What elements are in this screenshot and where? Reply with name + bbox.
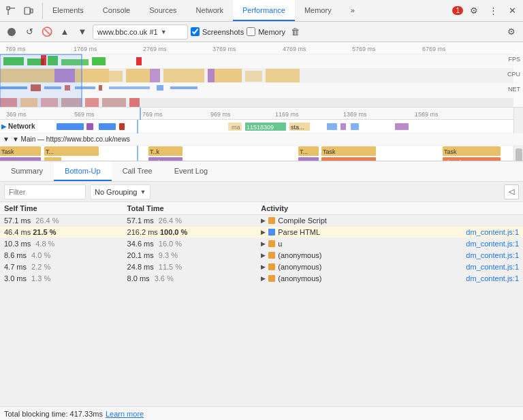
row-expand-icon[interactable]: ▶ bbox=[261, 275, 266, 282]
network-row-label: Network bbox=[8, 123, 35, 130]
svg-text:P...k: P...k bbox=[150, 159, 161, 161]
source-link[interactable]: dm_content.js:1 bbox=[466, 251, 519, 259]
source-link[interactable]: dm_content.js:1 bbox=[466, 228, 519, 236]
bottom-panel: Summary Bottom-Up Call Tree Event Log No… bbox=[0, 161, 523, 420]
nav-right-icons: 1 ⚙ ⋮ ✕ bbox=[452, 3, 520, 19]
main-section-label: ▼ Main — https://www.bbc.co.uk/news bbox=[12, 135, 130, 143]
svg-text:sta...: sta... bbox=[291, 124, 304, 131]
settings-icon[interactable]: ⚙ bbox=[466, 3, 482, 19]
svg-text:5769 ms: 5769 ms bbox=[352, 46, 376, 52]
reload-button[interactable]: ↺ bbox=[22, 25, 37, 39]
activity-color-dot bbox=[268, 275, 275, 282]
activity-name: (anonymous) bbox=[278, 263, 321, 271]
activity-name: Parse HTML bbox=[278, 228, 320, 236]
row-expand-icon[interactable]: ▶ bbox=[261, 263, 266, 270]
svg-text:769 ms: 769 ms bbox=[142, 111, 163, 118]
svg-text:3769 ms: 3769 ms bbox=[212, 46, 236, 52]
activity-name: Compile Script bbox=[278, 216, 327, 225]
main-expand-icon[interactable]: ▼ bbox=[3, 135, 10, 143]
activity-color-dot bbox=[268, 240, 275, 247]
filter-row: No Grouping ▼ ◁ bbox=[0, 182, 523, 202]
self-time-cell: 46.4 ms 21.5 % bbox=[0, 227, 123, 238]
memory-checkbox[interactable] bbox=[247, 27, 255, 36]
row-expand-icon[interactable]: ▶ bbox=[261, 252, 266, 259]
svg-rect-3 bbox=[25, 7, 30, 14]
tab-network[interactable]: Network bbox=[187, 0, 233, 21]
screenshots-checkbox[interactable] bbox=[191, 27, 200, 36]
source-link[interactable]: dm_content.js:1 bbox=[466, 240, 519, 248]
top-nav-bar: Elements Console Sources Network Perform… bbox=[0, 0, 523, 22]
download-button[interactable]: ▼ bbox=[75, 25, 90, 39]
activity-cell: ▶ (anonymous) dm_content.js:1 bbox=[257, 261, 523, 272]
svg-rect-41 bbox=[157, 85, 163, 91]
table-row: 4.7 ms 2.2 % 24.8 ms 11.5 % ▶ (anonymous… bbox=[0, 261, 523, 273]
error-badge: 1 bbox=[452, 6, 463, 15]
source-link[interactable]: dm_content.js:1 bbox=[466, 263, 519, 271]
learn-more-link[interactable]: Learn more bbox=[106, 410, 144, 418]
total-time-cell: 57.1 ms 26.4 % bbox=[123, 215, 257, 227]
mini-overview: 769 ms 1769 ms 2769 ms 3769 ms 4769 ms 5… bbox=[0, 42, 523, 108]
svg-rect-61 bbox=[86, 123, 93, 130]
tab-more[interactable]: » bbox=[341, 0, 364, 21]
source-link[interactable]: dm_content.js:1 bbox=[466, 274, 519, 282]
row-expand-icon[interactable]: ▶ bbox=[261, 240, 266, 247]
table-row: 10.3 ms 4.8 % 34.6 ms 16.0 % ▶ u dm_cont… bbox=[0, 238, 523, 250]
tab-event-log[interactable]: Event Log bbox=[163, 162, 219, 181]
tab-summary[interactable]: Summary bbox=[0, 162, 54, 181]
svg-text:1569 ms: 1569 ms bbox=[415, 111, 439, 118]
row-expand-icon[interactable]: ▶ bbox=[261, 229, 266, 236]
svg-rect-71 bbox=[340, 123, 346, 130]
table-row: 46.4 ms 21.5 % 216.2 ms 100.0 % ▶ Parse … bbox=[0, 227, 523, 238]
svg-text:569 ms: 569 ms bbox=[74, 111, 95, 118]
svg-rect-25 bbox=[109, 71, 123, 82]
capture-settings-icon[interactable]: ⚙ bbox=[504, 25, 519, 39]
svg-text:4769 ms: 4769 ms bbox=[283, 46, 306, 52]
record-button[interactable] bbox=[4, 25, 19, 39]
inspect-icon[interactable] bbox=[3, 3, 19, 19]
activity-cell: ▶ Compile Script bbox=[257, 215, 523, 226]
close-icon[interactable]: ✕ bbox=[504, 3, 520, 19]
svg-text:Par..ML: Par..ML bbox=[1, 159, 22, 161]
filter-input[interactable] bbox=[4, 184, 86, 199]
ruler-svg: 369 ms 569 ms 769 ms 969 ms 1169 ms 1369… bbox=[3, 108, 507, 120]
tab-call-tree[interactable]: Call Tree bbox=[112, 162, 163, 181]
activity-color-dot bbox=[268, 229, 275, 236]
timeline-area: 769 ms 1769 ms 2769 ms 3769 ms 4769 ms 5… bbox=[0, 42, 523, 161]
row-expand-icon[interactable]: ▶ bbox=[261, 217, 266, 224]
clear-button[interactable]: 🚫 bbox=[39, 25, 54, 39]
svg-rect-0 bbox=[7, 7, 10, 10]
svg-text:6769 ms: 6769 ms bbox=[422, 46, 446, 52]
more-icon[interactable]: ⋮ bbox=[485, 3, 501, 19]
svg-rect-48 bbox=[85, 98, 99, 108]
self-time-cell: 57.1 ms 26.4 % bbox=[0, 215, 123, 227]
tab-sources[interactable]: Sources bbox=[140, 0, 186, 21]
svg-text:1769 ms: 1769 ms bbox=[74, 46, 97, 52]
network-expand-arrow[interactable]: ▶ bbox=[1, 123, 7, 130]
activity-color-dot bbox=[268, 217, 275, 224]
collapse-button[interactable]: ◁ bbox=[504, 184, 519, 199]
svg-rect-26 bbox=[126, 69, 150, 82]
tab-console[interactable]: Console bbox=[93, 0, 140, 21]
tab-memory[interactable]: Memory bbox=[295, 0, 341, 21]
tab-elements[interactable]: Elements bbox=[43, 0, 93, 21]
svg-text:11518309: 11518309 bbox=[247, 124, 274, 131]
upload-button[interactable]: ▲ bbox=[57, 25, 72, 39]
screenshots-label: Screenshots bbox=[202, 28, 244, 36]
flame-chart: Task T... T..k T... Task Task Par..ML P.… bbox=[0, 146, 523, 161]
svg-rect-73 bbox=[395, 123, 409, 130]
svg-rect-40 bbox=[109, 86, 150, 89]
url-selector[interactable]: www.bbc.co.uk #1 ▼ bbox=[93, 25, 188, 39]
svg-rect-70 bbox=[327, 123, 337, 130]
svg-rect-32 bbox=[266, 69, 300, 82]
svg-rect-51 bbox=[0, 54, 82, 108]
tab-bottom-up[interactable]: Bottom-Up bbox=[54, 162, 112, 181]
grouping-select[interactable]: No Grouping ▼ bbox=[90, 184, 150, 199]
memory-checkbox-label[interactable]: Memory bbox=[247, 27, 285, 36]
device-toolbar-icon[interactable] bbox=[20, 3, 37, 19]
col-total-time: Total Time bbox=[123, 202, 257, 215]
tab-performance[interactable]: Performance bbox=[233, 0, 295, 21]
svg-text:2769 ms: 2769 ms bbox=[143, 46, 167, 52]
screenshots-checkbox-label[interactable]: Screenshots bbox=[191, 27, 244, 36]
trash-icon[interactable]: 🗑 bbox=[288, 25, 303, 39]
bottom-tabs: Summary Bottom-Up Call Tree Event Log bbox=[0, 161, 523, 182]
